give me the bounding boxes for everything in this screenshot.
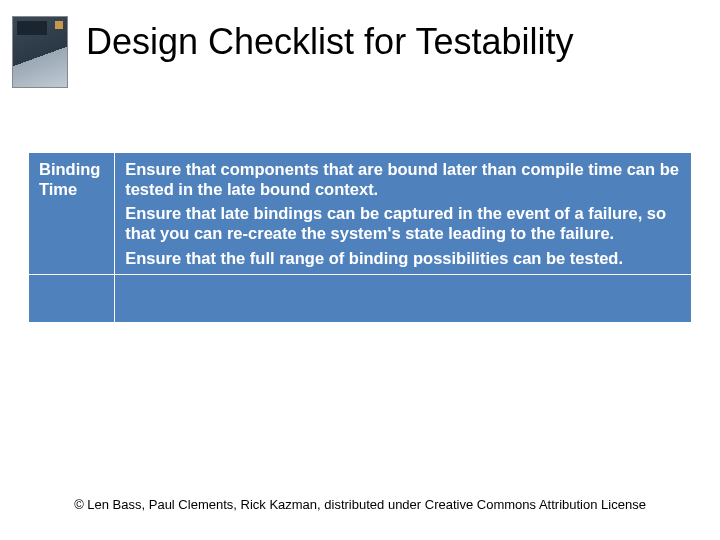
slide-header: Design Checklist for Testability <box>0 0 720 88</box>
book-cover-thumbnail <box>12 16 68 88</box>
category-cell: Binding Time <box>29 153 115 275</box>
slide-title: Design Checklist for Testability <box>86 16 574 62</box>
empty-cell <box>115 274 692 322</box>
copyright-footer: © Len Bass, Paul Clements, Rick Kazman, … <box>0 497 720 512</box>
table-row: Binding Time Ensure that components that… <box>29 153 692 275</box>
guidance-paragraph: Ensure that components that are bound la… <box>125 159 681 199</box>
guidance-paragraph: Ensure that late bindings can be capture… <box>125 203 681 243</box>
guidance-paragraph: Ensure that the full range of binding po… <box>125 248 681 268</box>
guidance-cell: Ensure that components that are bound la… <box>115 153 692 275</box>
table-row-empty <box>29 274 692 322</box>
checklist-table: Binding Time Ensure that components that… <box>28 152 692 323</box>
empty-cell <box>29 274 115 322</box>
checklist-table-wrap: Binding Time Ensure that components that… <box>28 152 692 323</box>
